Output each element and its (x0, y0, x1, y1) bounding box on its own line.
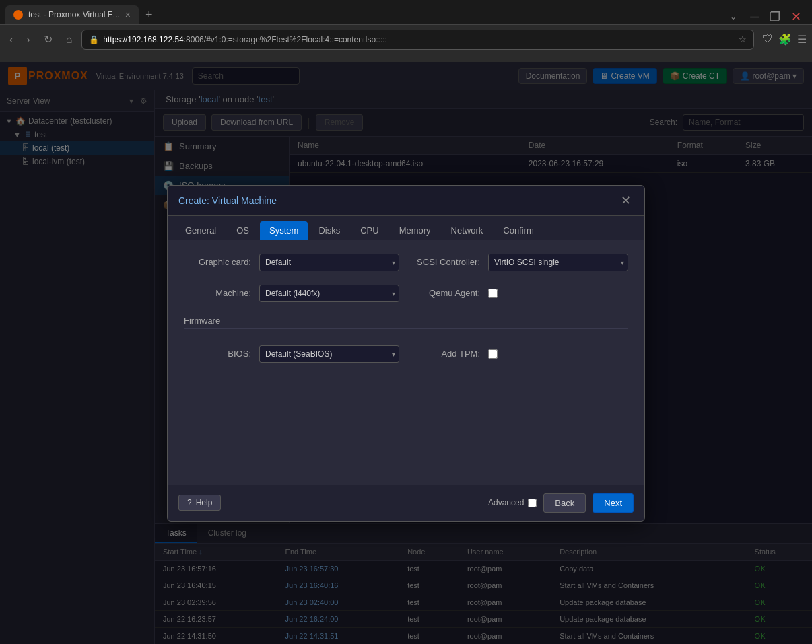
bios-select-wrap: Default (SeaBIOS) (259, 345, 399, 363)
browser-extra-icons: 🛡 🧩 ☰ (762, 33, 807, 46)
url-host: https://192.168.122.54 (103, 35, 183, 44)
scsi-controller-select-wrap: VirtIO SCSI single (488, 254, 628, 271)
graphic-card-select-wrap: Default (259, 254, 399, 271)
browser-chrome: test - Proxmox Virtual E... × + ⌄ ─ ❐ ✕ … (0, 0, 812, 62)
tab-system[interactable]: System (260, 221, 308, 240)
modal-title: Create: Virtual Machine (178, 195, 277, 206)
back-button[interactable]: Back (543, 493, 586, 513)
machine-select[interactable]: Default (i440fx) (259, 285, 399, 302)
forward-button[interactable]: › (22, 31, 34, 48)
qemu-agent-checkbox[interactable] (488, 289, 498, 298)
add-tpm-field: Add TPM: (413, 349, 628, 359)
tab-cpu[interactable]: CPU (351, 221, 388, 240)
graphic-card-label: Graphic card: (184, 257, 251, 267)
qemu-agent-field: Qemu Agent: (413, 288, 628, 298)
advanced-section: Advanced (488, 498, 537, 507)
add-tpm-label: Add TPM: (413, 349, 480, 359)
qemu-agent-label: Qemu Agent: (413, 288, 480, 298)
modal-body: Graphic card: Default SCSI Controller: V… (168, 240, 644, 485)
add-tpm-checkbox-wrap (488, 349, 498, 359)
tab-general[interactable]: General (176, 221, 226, 240)
add-tpm-checkbox[interactable] (488, 349, 498, 359)
tab-favicon (13, 10, 23, 20)
modal-footer: ? Help Advanced Back Next (168, 485, 644, 521)
modal-close-button[interactable]: ✕ (617, 192, 634, 209)
next-button[interactable]: Next (593, 493, 634, 513)
tab-network[interactable]: Network (442, 221, 493, 240)
firmware-divider: Firmware (184, 316, 628, 329)
machine-label: Machine: (184, 288, 251, 298)
restore-button[interactable]: ❐ (764, 9, 786, 24)
help-button[interactable]: ? Help (178, 495, 221, 511)
minimize-button[interactable]: ─ (745, 10, 764, 24)
url-path: :8006/#v1:0:=storage%2Ftest%2Flocal:4::=… (184, 35, 387, 44)
back-button[interactable]: ‹ (5, 31, 17, 48)
machine-select-wrap: Default (i440fx) (259, 285, 399, 302)
url-text: https://192.168.122.54:8006/#v1:0:=stora… (103, 35, 735, 44)
modal-header: Create: Virtual Machine ✕ (168, 186, 644, 216)
advanced-label: Advanced (488, 498, 524, 507)
form-row-1: Graphic card: Default SCSI Controller: V… (184, 254, 628, 271)
home-button[interactable]: ⌂ (62, 31, 77, 48)
scsi-controller-select[interactable]: VirtIO SCSI single (488, 254, 628, 271)
address-bar[interactable]: 🔒 https://192.168.122.54:8006/#v1:0:=sto… (81, 30, 754, 50)
refresh-button[interactable]: ↻ (40, 30, 57, 48)
lock-icon: 🔒 (89, 35, 99, 44)
extensions-icon[interactable]: 🧩 (778, 33, 792, 46)
machine-field: Machine: Default (i440fx) (184, 285, 399, 302)
graphic-card-select[interactable]: Default (259, 254, 399, 271)
tab-bar: test - Proxmox Virtual E... × + ⌄ ─ ❐ ✕ (0, 0, 812, 24)
tab-close-btn[interactable]: × (125, 9, 131, 20)
help-label: Help (196, 498, 213, 507)
form-row-3: BIOS: Default (SeaBIOS) Add TPM: (184, 345, 628, 363)
scsi-controller-label: SCSI Controller: (413, 257, 480, 267)
tab-confirm[interactable]: Confirm (494, 221, 543, 240)
tab-os[interactable]: OS (227, 221, 259, 240)
tab-overflow-button[interactable]: ⌄ (727, 9, 745, 24)
tab-title: test - Proxmox Virtual E... (28, 10, 120, 20)
advanced-checkbox[interactable] (528, 499, 537, 507)
menu-icon[interactable]: ☰ (797, 33, 807, 46)
bios-select[interactable]: Default (SeaBIOS) (259, 345, 399, 363)
modal-overlay: Create: Virtual Machine ✕ General OS Sys… (0, 62, 812, 644)
form-row-2: Machine: Default (i440fx) Qemu Agent: (184, 285, 628, 302)
help-icon: ? (187, 498, 192, 507)
active-tab[interactable]: test - Proxmox Virtual E... × (5, 5, 139, 24)
modal-tab-bar: General OS System Disks CPU Memory Netwo… (168, 216, 644, 240)
scsi-controller-field: SCSI Controller: VirtIO SCSI single (413, 254, 628, 271)
tab-memory[interactable]: Memory (390, 221, 440, 240)
firmware-label: Firmware (184, 316, 220, 326)
browser-nav: ‹ › ↻ ⌂ 🔒 https://192.168.122.54:8006/#v… (0, 24, 812, 54)
qemu-agent-checkbox-wrap (488, 289, 498, 298)
bookmark-icon[interactable]: ☆ (739, 34, 747, 44)
tab-disks[interactable]: Disks (309, 221, 349, 240)
bios-field: BIOS: Default (SeaBIOS) (184, 345, 399, 363)
bios-label: BIOS: (184, 349, 251, 359)
shield-icon[interactable]: 🛡 (762, 33, 773, 46)
graphic-card-field: Graphic card: Default (184, 254, 399, 271)
close-window-button[interactable]: ✕ (786, 9, 807, 24)
new-tab-button[interactable]: + (141, 5, 157, 24)
create-vm-modal: Create: Virtual Machine ✕ General OS Sys… (167, 185, 645, 522)
